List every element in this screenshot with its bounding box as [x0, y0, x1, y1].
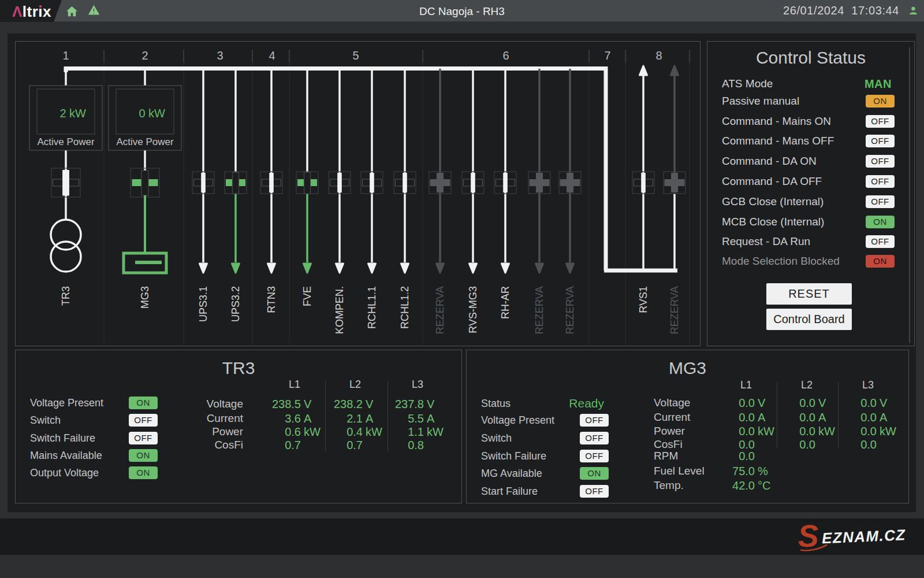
svg-text:REZERVA: REZERVA — [564, 286, 576, 334]
svg-text:RTN3: RTN3 — [266, 286, 277, 313]
svg-text:RVS-MG3: RVS-MG3 — [467, 286, 479, 334]
svg-text:RVS1: RVS1 — [638, 286, 649, 313]
svg-text:FVE: FVE — [301, 286, 313, 306]
svg-text:RCHL1.1: RCHL1.1 — [366, 286, 378, 329]
svg-text:REZERVA: REZERVA — [669, 286, 680, 334]
svg-text:3: 3 — [217, 49, 223, 62]
svg-text:TR3: TR3 — [60, 286, 72, 306]
svg-text:6: 6 — [502, 49, 509, 62]
svg-text:Active Power: Active Power — [37, 136, 95, 147]
svg-text:4: 4 — [269, 49, 275, 62]
svg-text:8: 8 — [655, 49, 662, 62]
svg-text:EZNAM.CZ: EZNAM.CZ — [821, 526, 906, 547]
svg-text:UPS3.2: UPS3.2 — [230, 286, 241, 322]
svg-text:RH-AR: RH-AR — [500, 286, 511, 319]
svg-text:Active Power: Active Power — [116, 136, 174, 147]
svg-text:S: S — [798, 519, 819, 553]
svg-text:REZERVA: REZERVA — [534, 286, 545, 334]
svg-text:UPS3.1: UPS3.1 — [198, 286, 209, 322]
svg-text:5: 5 — [352, 49, 359, 62]
svg-text:MG3: MG3 — [139, 286, 151, 309]
svg-text:1: 1 — [62, 49, 69, 62]
svg-text:7: 7 — [604, 49, 610, 62]
svg-text:2 kW: 2 kW — [59, 107, 86, 120]
svg-text:REZERVA: REZERVA — [434, 286, 446, 334]
svg-text:RCHL1.2: RCHL1.2 — [399, 286, 411, 329]
svg-text:KOMPEN.: KOMPEN. — [334, 286, 345, 334]
svg-text:2: 2 — [141, 49, 148, 62]
svg-text:0 kW: 0 kW — [139, 107, 165, 120]
